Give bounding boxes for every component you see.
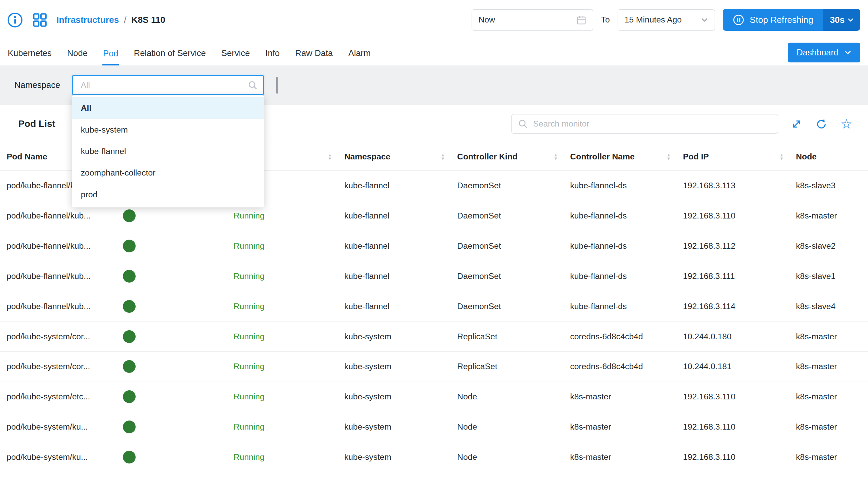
tab-kubernetes[interactable]: Kubernetes bbox=[7, 41, 52, 65]
namespace-option-kube-system[interactable]: kube-system bbox=[72, 119, 264, 141]
cell-namespace: kube-system bbox=[338, 381, 451, 412]
tab-pod[interactable]: Pod bbox=[102, 42, 119, 65]
table-row: pod/kube-system/ku... Running kube-syste… bbox=[0, 442, 868, 472]
table-row: pod/kube-flannel/kub... Running kube-fla… bbox=[0, 261, 868, 291]
cell-controller-kind: DaemonSet bbox=[451, 291, 563, 321]
favorite-star-icon[interactable]: ☆ bbox=[840, 118, 852, 131]
time-range-select[interactable]: 15 Minutes Ago bbox=[618, 9, 715, 31]
cell-controller-name: k8s-master bbox=[564, 412, 676, 442]
stop-refreshing-label: Stop Refreshing bbox=[750, 15, 813, 25]
cell-status: Running bbox=[227, 381, 338, 412]
cell-pod-ip: 192.168.3.114 bbox=[676, 291, 789, 321]
refresh-icon[interactable] bbox=[816, 118, 827, 130]
to-label: To bbox=[601, 15, 610, 25]
cell-status-dot bbox=[116, 321, 227, 352]
namespace-option-zoomphant-collector[interactable]: zoomphant-collector bbox=[72, 162, 264, 184]
namespace-search-input[interactable] bbox=[80, 80, 248, 90]
cell-controller-name: kube-flannel-ds bbox=[564, 201, 676, 231]
refresh-button-group: Stop Refreshing 30s bbox=[723, 9, 860, 31]
time-from-value: Now bbox=[478, 15, 495, 25]
table-row: pod/kube-system/ku... Running kube-syste… bbox=[0, 412, 868, 442]
status-dot-icon bbox=[123, 209, 135, 222]
namespace-filter-label: Namespace bbox=[14, 80, 72, 90]
stop-refreshing-button[interactable]: Stop Refreshing bbox=[723, 9, 824, 31]
calendar-icon bbox=[576, 15, 586, 25]
tab-service[interactable]: Service bbox=[221, 41, 250, 65]
cell-namespace: kube-system bbox=[338, 442, 451, 472]
tab-info[interactable]: Info bbox=[265, 41, 280, 65]
time-from-picker[interactable]: Now bbox=[472, 9, 593, 31]
cell-node: k8s-slave1 bbox=[789, 261, 868, 291]
pod-list-tools: ☆ bbox=[511, 114, 852, 133]
sort-icon[interactable]: ▲▼ bbox=[441, 153, 445, 161]
column-header-namespace[interactable]: Namespace▲▼ bbox=[338, 143, 451, 171]
tabs-row: Kubernetes Node Pod Relation of Service … bbox=[0, 40, 868, 65]
top-bar: Infrastructures / K8S 110 Now To 15 Minu… bbox=[0, 0, 868, 40]
cell-status-dot bbox=[116, 231, 227, 261]
chevron-down-icon bbox=[844, 50, 851, 55]
cell-pod-name: pod/kube-flannel/kub... bbox=[0, 231, 116, 261]
expand-icon[interactable] bbox=[791, 119, 802, 129]
column-header-controller-name[interactable]: Controller Name▲▼ bbox=[564, 143, 676, 171]
search-monitor-input[interactable] bbox=[532, 119, 771, 129]
cell-namespace: kube-flannel bbox=[338, 261, 451, 291]
cell-controller-name: kube-flannel-ds bbox=[564, 261, 676, 291]
breadcrumb-current-page: K8S 110 bbox=[131, 15, 165, 25]
tab-raw-data[interactable]: Raw Data bbox=[295, 41, 333, 65]
tab-alarm[interactable]: Alarm bbox=[348, 41, 371, 65]
cell-status: Running bbox=[227, 261, 338, 291]
breadcrumb-separator: / bbox=[124, 15, 126, 25]
cell-controller-name: k8s-master bbox=[564, 381, 676, 412]
search-monitor-box[interactable] bbox=[511, 114, 778, 133]
cell-node: k8s-master bbox=[789, 412, 868, 442]
sort-icon[interactable]: ▲▼ bbox=[666, 153, 671, 161]
namespace-option-all[interactable]: All bbox=[72, 97, 264, 119]
namespace-select[interactable] bbox=[72, 75, 264, 95]
chevron-down-icon bbox=[847, 18, 854, 22]
dashboard-button-label: Dashboard bbox=[797, 48, 838, 57]
grid-apps-icon[interactable] bbox=[32, 12, 48, 28]
sort-icon[interactable]: ▲▼ bbox=[779, 153, 784, 161]
cell-controller-kind: Node bbox=[451, 442, 563, 472]
table-row: pod/kube-flannel/kub... Running kube-fla… bbox=[0, 231, 868, 261]
cell-pod-name: pod/kube-flannel/kub... bbox=[0, 261, 116, 291]
pod-table-body: pod/kube-flannel/kub... Running kube-fla… bbox=[0, 171, 868, 472]
cell-namespace: kube-flannel bbox=[338, 231, 451, 261]
column-header-controller-kind[interactable]: Controller Kind▲▼ bbox=[451, 143, 563, 171]
cell-node: k8s-master bbox=[789, 201, 868, 231]
search-icon bbox=[518, 119, 528, 128]
sort-icon[interactable]: ▲▼ bbox=[328, 153, 332, 161]
sort-icon[interactable]: ▲▼ bbox=[554, 153, 558, 161]
cell-controller-name: coredns-6d8c4cb4d bbox=[564, 352, 676, 382]
top-bar-left: Infrastructures / K8S 110 bbox=[7, 12, 165, 28]
cell-status-dot bbox=[116, 442, 227, 472]
refresh-interval-button[interactable]: 30s bbox=[824, 9, 860, 31]
breadcrumb: Infrastructures / K8S 110 bbox=[56, 15, 165, 25]
cell-status: Running bbox=[227, 291, 338, 321]
cell-pod-ip: 192.168.3.110 bbox=[676, 201, 789, 231]
cell-status: Running bbox=[227, 442, 338, 472]
cell-controller-kind: Node bbox=[451, 412, 563, 442]
status-dot-icon bbox=[123, 451, 135, 463]
breadcrumb-infrastructures-link[interactable]: Infrastructures bbox=[56, 15, 119, 25]
namespace-option-prod[interactable]: prod bbox=[72, 184, 264, 205]
info-icon[interactable] bbox=[7, 12, 23, 28]
cell-pod-name: pod/kube-flannel/kub... bbox=[0, 291, 116, 321]
search-icon bbox=[248, 81, 257, 90]
cell-controller-kind: DaemonSet bbox=[451, 231, 563, 261]
tab-relation-of-service[interactable]: Relation of Service bbox=[133, 41, 207, 65]
column-header-pod-ip[interactable]: Pod IP▲▼ bbox=[676, 143, 789, 171]
cell-pod-name: pod/kube-system/cor... bbox=[0, 321, 116, 352]
cell-pod-name: pod/kube-system/ku... bbox=[0, 412, 116, 442]
filter-divider bbox=[276, 77, 278, 93]
cell-node: k8s-master bbox=[789, 352, 868, 382]
namespace-option-kube-flannel[interactable]: kube-flannel bbox=[72, 141, 264, 162]
cell-pod-name: pod/kube-system/cor... bbox=[0, 352, 116, 382]
cell-namespace: kube-system bbox=[338, 352, 451, 382]
cell-status-dot bbox=[116, 381, 227, 412]
cell-node: k8s-slave3 bbox=[789, 171, 868, 201]
cell-controller-name: kube-flannel-ds bbox=[564, 171, 676, 201]
dashboard-button[interactable]: Dashboard bbox=[788, 42, 860, 62]
status-dot-icon bbox=[123, 300, 135, 313]
tab-node[interactable]: Node bbox=[66, 41, 88, 65]
